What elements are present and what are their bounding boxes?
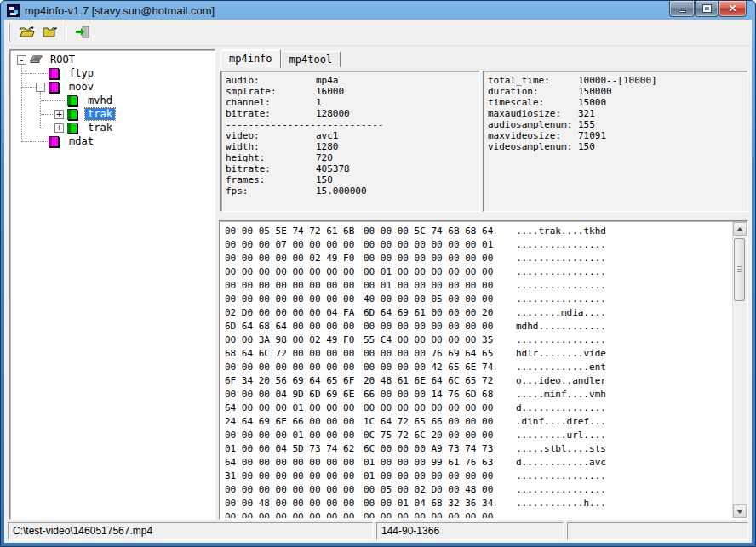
hex-bytes-left: 00 00 00 00 00 00 00 00 <box>225 265 355 279</box>
open-folder-button[interactable] <box>39 23 60 43</box>
hex-row: 6F 34 20 56 69 64 65 6F20 48 61 6E 64 6C… <box>225 374 732 388</box>
info-value: 720 <box>316 152 333 163</box>
tab-mp4info[interactable]: mp4info <box>220 49 281 68</box>
tree-item-ftyp[interactable]: ftyp <box>10 66 215 80</box>
toolbar-separator <box>66 24 67 41</box>
info-row: maxaudiosize:321 <box>488 108 747 119</box>
tree-item-trak-1[interactable]: trak <box>10 107 215 121</box>
info-row: duration:150000 <box>488 86 747 97</box>
tab-mp4tool[interactable]: mp4tool <box>281 51 341 67</box>
info-value: 150000 <box>578 86 612 97</box>
title-bar: mp4info-v1.7 [stavy.sun@hotmail.com] <box>1 1 755 20</box>
tree-item-label[interactable]: ftyp <box>66 67 96 79</box>
tree-item-label[interactable]: trak <box>85 122 115 134</box>
tree-item-label[interactable]: mvhd <box>85 94 115 106</box>
info-label: channel: <box>226 97 316 108</box>
hex-dump[interactable]: 00 00 05 5E 74 72 61 6B00 00 00 5C 74 6B… <box>220 222 732 518</box>
arrow-up-icon <box>736 227 743 231</box>
status-bar: C:\test-video\1460517567.mp4 144-90-1366 <box>4 521 752 543</box>
tree-item-moov[interactable]: moov <box>10 80 215 94</box>
info-value: 1 <box>316 97 322 108</box>
hex-ascii: d............avc <box>516 457 606 468</box>
info-label: height: <box>226 152 316 163</box>
atom-tree: ROOT ftyp <box>10 50 215 148</box>
scroll-down-button[interactable] <box>733 504 747 518</box>
hex-bytes-right: 00 00 00 00 00 00 00 01 <box>364 238 494 252</box>
info-value: 15.000000 <box>316 185 367 197</box>
atom-book-icon <box>49 82 59 93</box>
info-label: width: <box>226 141 316 152</box>
atom-tree-panel: ROOT ftyp <box>9 49 215 520</box>
hex-row: 00 00 00 00 00 00 00 0000 00 00 00 00 00… <box>225 510 732 518</box>
status-extra <box>567 522 748 540</box>
window-title: mp4info-v1.7 [stavy.sun@hotmail.com] <box>25 4 215 17</box>
scrollbar-thumb[interactable] <box>734 238 745 301</box>
app-icon <box>7 4 20 17</box>
hex-bytes-right: 0C 75 72 6C 20 00 00 00 <box>364 429 494 442</box>
tree-expand-toggle[interactable] <box>36 83 45 92</box>
exit-button[interactable] <box>72 23 92 43</box>
info-row: audio:mp4a <box>226 75 479 86</box>
info-value: avc1 <box>316 130 339 141</box>
hex-row: 68 64 6C 72 00 00 00 0000 00 00 00 76 69… <box>225 347 732 361</box>
hex-ascii: hdlr........vide <box>516 348 606 359</box>
minimize-button[interactable] <box>669 1 695 17</box>
tree-expand-toggle[interactable] <box>54 110 64 119</box>
info-row: bitrate:405378 <box>226 163 479 174</box>
hex-bytes-right: 6D 64 69 61 00 00 00 20 <box>364 306 494 320</box>
info-value: 405378 <box>316 163 350 174</box>
hex-bytes-left: 6F 34 20 56 69 64 65 6F <box>225 374 355 388</box>
tree-item-trak-2[interactable]: trak <box>10 121 215 134</box>
open-file-button[interactable] <box>17 23 37 43</box>
tree-item-mdat[interactable]: mdat <box>10 134 215 148</box>
tree-item-mvhd[interactable]: mvhd <box>10 94 215 107</box>
status-file-path: C:\test-video\1460517567.mp4 <box>8 522 373 540</box>
tree-item-icon <box>67 94 82 106</box>
tree-item-label[interactable]: trak <box>85 108 115 120</box>
hex-bytes-left: 00 00 00 00 00 00 00 00 <box>225 293 355 306</box>
client-area: ROOT ftyp <box>4 20 752 543</box>
close-button[interactable]: ✕ <box>719 1 747 17</box>
maximize-button[interactable] <box>695 1 719 17</box>
atom-book-icon <box>67 95 77 106</box>
hex-bytes-right: 6C 00 00 00 A9 73 74 73 <box>364 442 494 456</box>
hex-row: 00 00 00 00 00 00 00 0000 05 00 02 D0 00… <box>225 483 732 497</box>
minimize-icon <box>679 10 686 13</box>
info-label: bitrate: <box>226 163 316 174</box>
info-label: duration: <box>488 86 578 97</box>
info-label: maxaudiosize: <box>488 108 578 119</box>
hex-ascii: ................ <box>516 253 606 264</box>
tree-item-label[interactable]: ROOT <box>48 54 77 66</box>
track-info-list: total_time:10000--[10000]duration:150000… <box>484 71 747 152</box>
atom-book-icon <box>49 136 59 147</box>
info-row: audiosamplenum:155 <box>488 119 747 130</box>
hex-row: 64 00 00 00 00 00 00 0001 00 00 00 99 61… <box>225 456 732 470</box>
window-controls: ✕ <box>669 1 747 17</box>
tree-item-label[interactable]: moov <box>66 81 96 93</box>
tree-expand-toggle[interactable] <box>17 55 26 65</box>
hex-row: 00 00 00 00 00 00 00 0000 01 00 00 00 00… <box>225 279 732 293</box>
info-row: total_time:10000--[10000] <box>488 75 747 86</box>
info-label: maxvideosize: <box>488 130 578 141</box>
info-label: ---------------------------- <box>226 119 316 130</box>
tree-item-icon <box>49 81 63 93</box>
info-row: fps:15.000000 <box>226 185 479 197</box>
hex-ascii: d............... <box>516 402 606 413</box>
tree-item-label[interactable]: mdat <box>66 135 96 147</box>
root-disk-icon <box>30 54 44 66</box>
hex-bytes-left: 00 00 00 07 00 00 00 00 <box>225 238 355 252</box>
hex-bytes-right: 00 00 00 5C 74 6B 68 64 <box>364 225 494 238</box>
tree-item-root[interactable]: ROOT <box>10 53 215 66</box>
hex-bytes-right: 00 00 00 00 76 69 64 65 <box>364 347 494 361</box>
media-info-panel: audio:mp4asmplrate:16000channel:1bitrate… <box>220 71 480 212</box>
hex-row: 00 00 48 00 00 00 00 0000 00 01 04 68 32… <box>225 497 732 510</box>
hex-bytes-left: 00 00 00 00 00 00 00 00 <box>225 361 355 374</box>
scroll-up-button[interactable] <box>733 222 747 236</box>
tree-expand-toggle[interactable] <box>54 123 64 133</box>
hex-row: 64 00 00 00 01 00 00 0000 00 00 00 00 00… <box>225 402 732 415</box>
hex-bytes-left: 00 00 48 00 00 00 00 00 <box>225 497 355 510</box>
info-value: 71091 <box>578 130 606 141</box>
hex-ascii: ................ <box>516 293 606 305</box>
vertical-scrollbar[interactable] <box>732 222 747 518</box>
hex-ascii: .dinf....dref... <box>516 416 606 427</box>
